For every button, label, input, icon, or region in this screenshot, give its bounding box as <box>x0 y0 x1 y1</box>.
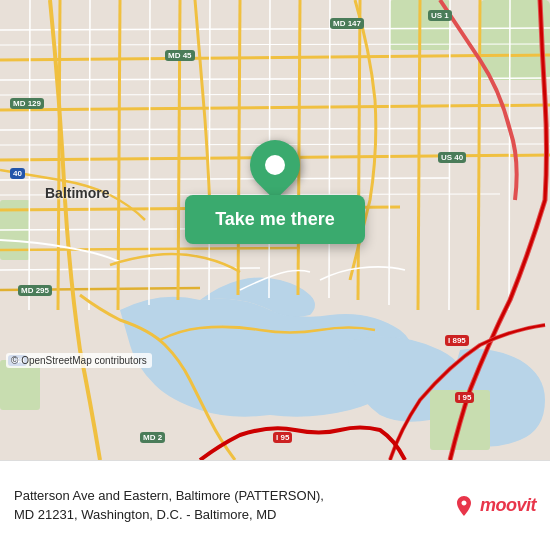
info-bar: Patterson Ave and Eastern, Baltimore (PA… <box>0 460 550 550</box>
highway-label-i95-right: I 95 <box>455 392 474 403</box>
city-label: Baltimore <box>45 185 110 201</box>
svg-line-36 <box>389 0 390 305</box>
highway-label-us1: US 1 <box>428 10 452 21</box>
highway-label-md129: MD 129 <box>10 98 44 109</box>
address-info: Patterson Ave and Eastern, Baltimore (PA… <box>14 487 440 523</box>
svg-line-22 <box>58 0 60 310</box>
openstreetmap-attribution: © OpenStreetMap contributors <box>6 353 152 368</box>
highway-label-md147: MD 147 <box>330 18 364 29</box>
highway-label-md2: MD 2 <box>140 432 165 443</box>
map-pin-outer <box>240 130 311 201</box>
svg-line-33 <box>209 0 210 300</box>
highway-label-us40: US 40 <box>438 152 466 163</box>
moovit-pin-icon <box>452 494 476 518</box>
map-pin-container <box>250 140 300 190</box>
svg-line-25 <box>238 0 240 295</box>
address-line1: Patterson Ave and Eastern, Baltimore (PA… <box>14 488 324 503</box>
app: Baltimore Take me there © OpenStreetMap … <box>0 0 550 550</box>
svg-line-27 <box>358 0 360 300</box>
svg-line-35 <box>329 0 330 298</box>
svg-line-30 <box>29 0 30 310</box>
svg-line-38 <box>509 0 510 310</box>
highway-label-i95-bottom: I 95 <box>273 432 292 443</box>
highway-label-md45: MD 45 <box>165 50 195 61</box>
map-container: Baltimore Take me there © OpenStreetMap … <box>0 0 550 460</box>
map-pin-inner <box>265 155 285 175</box>
svg-line-32 <box>149 0 150 305</box>
highway-label-i895: I 895 <box>445 335 469 346</box>
highway-label-md295: MD 295 <box>18 285 52 296</box>
svg-line-28 <box>418 0 420 310</box>
address-line2: MD 21231, Washington, D.C. - Baltimore, … <box>14 507 277 522</box>
moovit-brand-name: moovit <box>480 495 536 516</box>
svg-line-29 <box>478 0 480 310</box>
svg-line-31 <box>89 0 90 310</box>
take-me-there-button[interactable]: Take me there <box>185 195 365 244</box>
attribution-text: © OpenStreetMap contributors <box>11 355 147 366</box>
highway-label-i40: 40 <box>10 168 25 179</box>
moovit-logo: moovit <box>452 494 536 518</box>
